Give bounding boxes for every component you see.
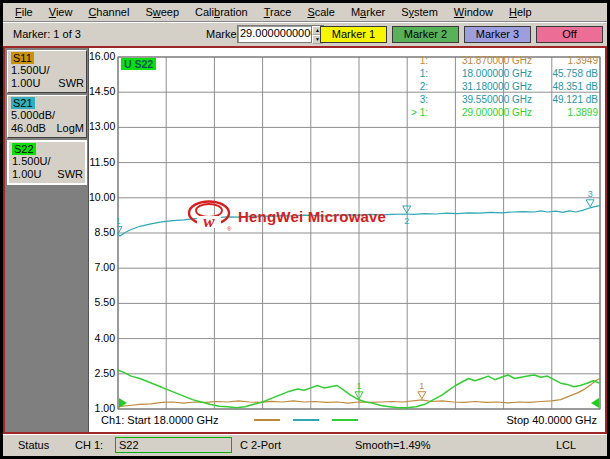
svg-text:3: 3 <box>588 189 593 199</box>
marker-count-label: Marker: 1 of 3 <box>13 28 81 40</box>
marker-s11-1: 1 <box>418 381 426 399</box>
svg-text:®: ® <box>227 226 232 232</box>
y-axis-tick: 11.50 <box>89 156 115 168</box>
y-axis-tick: 8.50 <box>89 226 115 238</box>
hengwei-logo-icon: w ® <box>187 200 233 232</box>
marker-1-button[interactable]: Marker 1 <box>320 26 387 43</box>
marker-readout-row: 3:39.550000 GHz49.121 dB <box>392 93 598 106</box>
trace-scale: 1.500U/ <box>12 155 83 168</box>
y-axis-tick: 4.00 <box>89 332 115 344</box>
marker-readout-row: 1:18.000000 GHz45.758 dB <box>392 67 598 80</box>
sidebar-trace-s22[interactable]: S221.500U/1.00USWR <box>7 140 87 185</box>
menu-item-channel[interactable]: Channel <box>80 4 137 20</box>
y-axis-tick: 7.00 <box>89 261 115 273</box>
trace-code-chip: S22 <box>12 143 36 155</box>
trace-format: LogM <box>56 122 84 135</box>
marker-readout-row: > 1:29.000000 GHz1.3899 <box>392 106 598 119</box>
y-axis-tick: 2.50 <box>89 367 115 379</box>
active-trace-chip: U S22 <box>121 58 156 70</box>
logo-text: HengWei Microwave <box>238 208 386 225</box>
svg-text:2: 2 <box>404 216 409 226</box>
y-axis-tick: 5.50 <box>89 296 115 308</box>
menu-item-help[interactable]: Help <box>501 4 540 20</box>
plot-window: 16.0014.5013.0011.5010.008.507.005.504.0… <box>88 48 605 432</box>
smoothing-label: Smooth=1.49% <box>355 439 431 451</box>
trace-code-chip: S11 <box>11 52 34 64</box>
marker-readout-row: 1:31.870000 GHz1.3949 <box>392 54 598 67</box>
menu-item-trace[interactable]: Trace <box>256 4 300 20</box>
trace-ref: 1.00U <box>11 77 40 90</box>
y-axis-tick: 14.50 <box>89 85 115 97</box>
legend-dash-s21 <box>293 419 319 421</box>
svg-text:1: 1 <box>117 216 121 226</box>
marker-2-button[interactable]: Marker 2 <box>392 26 459 43</box>
trace-scale: 1.500U/ <box>11 64 84 77</box>
trace-sidebar: S111.500U/1.00USWRS215.000dB/46.0dBLogMS… <box>5 48 88 432</box>
marker-toolbar: Marker: 1 of 3 Marker 1 29.0000000000 GH… <box>3 23 607 46</box>
svg-text:1: 1 <box>356 381 361 391</box>
status-bar: Status CH 1: S22 C 2-Port Smooth=1.49% L… <box>3 434 607 456</box>
lcl-label: LCL <box>556 439 576 451</box>
svg-text:w: w <box>203 212 215 231</box>
y-axis-tick: 16.00 <box>89 50 115 62</box>
measurement-box[interactable]: S22 <box>115 437 232 453</box>
trace-format: SWR <box>57 168 83 181</box>
marker-3-button[interactable]: Marker 3 <box>464 26 531 43</box>
marker-readout-row: 2:31.180000 GHz48.351 dB <box>392 80 598 93</box>
trace-format: SWR <box>58 77 84 90</box>
sidebar-trace-s21[interactable]: S215.000dB/46.0dBLogM <box>7 95 87 138</box>
legend-dash-s11 <box>254 419 280 421</box>
channel-label: CH 1: <box>75 439 103 451</box>
y-axis-tick: 10.00 <box>89 191 115 203</box>
sidebar-trace-s11[interactable]: S111.500U/1.00USWR <box>7 50 87 93</box>
vendor-logo: w ® HengWei Microwave <box>187 200 386 232</box>
cal-status-label: C 2-Port <box>240 439 281 451</box>
start-frequency-label: Ch1: Start 18.0000 GHz <box>101 414 218 426</box>
marker-readout-table: 1:31.870000 GHz1.39491:18.000000 GHz45.7… <box>392 54 598 119</box>
svg-text:1: 1 <box>419 381 424 391</box>
client-area: S111.500U/1.00USWRS215.000dB/46.0dBLogMS… <box>3 46 607 434</box>
stop-frequency-label: Stop 40.0000 GHz <box>506 414 597 426</box>
status-label: Status <box>18 439 49 451</box>
menu-item-file[interactable]: File <box>7 4 41 20</box>
trace-scale: 5.000dB/ <box>11 109 84 122</box>
menu-item-sweep[interactable]: Sweep <box>137 4 187 20</box>
sweep-stop-arrow-icon <box>591 398 599 408</box>
y-axis-tick: 13.00 <box>89 120 115 132</box>
legend-dash-s22 <box>332 419 358 421</box>
menu-item-system[interactable]: System <box>393 4 446 20</box>
trace-ref: 46.0dB <box>11 122 46 135</box>
off-button[interactable]: Off <box>536 26 603 43</box>
menu-item-scale[interactable]: Scale <box>299 4 343 20</box>
marker-frequency-input[interactable]: 29.0000000000 GHz <box>237 25 311 43</box>
trace-code-chip: S21 <box>11 97 35 109</box>
menu-item-calibration[interactable]: Calibration <box>187 4 256 20</box>
trace-ref: 1.00U <box>12 168 41 181</box>
menu-item-window[interactable]: Window <box>446 4 501 20</box>
sweep-range-line: Ch1: Start 18.0000 GHz Stop 40.0000 GHz <box>101 412 597 428</box>
vna-app-window: FileViewChannelSweepCalibrationTraceScal… <box>3 3 607 456</box>
menu-item-marker[interactable]: Marker <box>343 4 393 20</box>
menu-bar: FileViewChannelSweepCalibrationTraceScal… <box>3 3 607 21</box>
menu-item-view[interactable]: View <box>41 4 81 20</box>
